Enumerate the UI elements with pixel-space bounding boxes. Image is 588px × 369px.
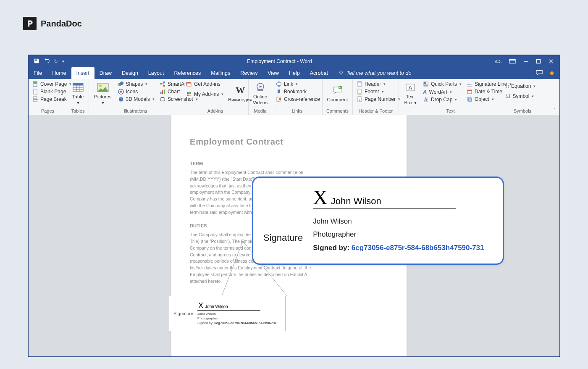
symbol-button[interactable]: ΩSymbol▾ (505, 92, 537, 100)
quick-access-toolbar: ↻ ▾ (29, 58, 64, 65)
svg-rect-27 (187, 95, 189, 96)
svg-rect-20 (162, 90, 163, 94)
undo-icon[interactable] (44, 58, 50, 65)
quick-parts-icon (423, 81, 429, 87)
text-box-button[interactable]: A Text Box ▾ (402, 81, 419, 107)
redo-icon[interactable]: ↻ (54, 58, 58, 64)
cross-reference-button[interactable]: Cross-reference (275, 96, 321, 103)
group-header-footer-label: Header & Footer (353, 108, 399, 115)
equation-button[interactable]: πEquation▾ (505, 82, 537, 90)
table-button[interactable]: Table▾ (69, 81, 87, 107)
tell-me-search[interactable]: Tell me what you want to do (338, 70, 412, 76)
group-text-label: Text (399, 108, 502, 115)
video-icon (254, 82, 267, 93)
maximize-button[interactable] (536, 59, 541, 64)
tab-draw[interactable]: Draw (94, 67, 117, 79)
svg-rect-24 (187, 83, 191, 86)
lightbulb-icon (338, 70, 344, 76)
signature-label: Signature (173, 311, 193, 316)
comment-icon (331, 85, 344, 96)
pictures-button[interactable]: Pictures▾ (92, 81, 114, 107)
tab-review[interactable]: Review (235, 67, 262, 79)
footer-button[interactable]: Footer▾ (355, 88, 402, 95)
shapes-button[interactable]: Shapes▾ (117, 81, 156, 87)
header-button[interactable]: Header▾ (355, 81, 402, 87)
group-comments-label: Comments (323, 108, 352, 115)
signature-name: John Wilson (205, 304, 228, 309)
cover-page-button[interactable]: Cover Page▾ (31, 81, 73, 87)
page-break-button[interactable]: Page Break (31, 96, 73, 103)
object-icon (467, 96, 472, 102)
signature-x: X (198, 302, 203, 309)
signature-icon (467, 81, 472, 87)
signature-meta: John Wilson Photographer Signed by: 6cg7… (197, 311, 277, 326)
equation-icon: π (506, 83, 509, 90)
blank-page-button[interactable]: Blank Page (31, 88, 73, 95)
svg-rect-0 (509, 60, 515, 63)
page-title: Employment Contract (190, 137, 388, 147)
section-term-heading: TERM (190, 161, 388, 166)
svg-rect-26 (189, 92, 191, 94)
bookmark-button[interactable]: Bookmark (275, 88, 321, 95)
comment-button[interactable]: Comment (325, 81, 351, 107)
symbol-icon: Ω (506, 93, 510, 100)
drop-cap-button[interactable]: ADrop Cap▾ (422, 96, 463, 103)
tab-view[interactable]: View (262, 67, 284, 79)
signature-block[interactable]: Signature X John Wilson John Wilson Phot… (169, 296, 286, 331)
svg-point-15 (120, 91, 122, 93)
svg-rect-45 (424, 84, 428, 85)
save-icon[interactable] (34, 58, 39, 65)
blank-page-icon (32, 89, 38, 95)
close-button[interactable] (549, 59, 554, 64)
page-number-button[interactable]: #Page Number▾ (355, 96, 402, 103)
group-addins: Get Add-ins My Add-ins▾ W Википедия Add-… (182, 79, 249, 115)
3d-models-button[interactable]: 3D Models▾ (117, 96, 156, 103)
ribbon: Cover Page▾ Blank Page Page Break Pages … (29, 79, 559, 115)
tab-help[interactable]: Help (284, 67, 305, 79)
callout-signature-hash: 6cg73056-e875r-584-68b653h47590-731 (352, 244, 484, 252)
collapse-ribbon-icon[interactable]: ˄ (554, 108, 556, 113)
tab-file[interactable]: File (29, 67, 47, 79)
group-symbols: πEquation▾ ΩSymbol▾ Symbols (502, 79, 543, 115)
icons-button[interactable]: Icons (117, 88, 156, 95)
svg-rect-49 (467, 90, 472, 91)
get-addins-button[interactable]: Get Add-ins (185, 81, 225, 87)
ribbon-display-icon[interactable] (509, 59, 516, 64)
notification-dot[interactable] (550, 71, 554, 75)
addins-icon (186, 91, 192, 97)
minimize-button[interactable] (523, 59, 528, 64)
tab-design[interactable]: Design (117, 67, 143, 79)
wordart-button[interactable]: AWordArt▾ (422, 88, 463, 95)
tab-home[interactable]: Home (47, 67, 71, 79)
svg-rect-5 (34, 89, 37, 94)
group-pages: Cover Page▾ Blank Page Page Break Pages (29, 79, 67, 115)
svg-rect-28 (189, 95, 191, 96)
svg-rect-17 (163, 82, 165, 83)
svg-rect-7 (34, 100, 37, 102)
pandadoc-icon (26, 19, 34, 28)
tab-acrobat[interactable]: Acrobat (305, 67, 333, 79)
feedback-icon[interactable] (536, 70, 543, 77)
tab-mailings[interactable]: Mailings (206, 67, 235, 79)
online-videos-button[interactable]: Online Videos (250, 81, 270, 107)
group-comments: Comment Comments (323, 79, 353, 115)
window-title: Employment Contract - Word (64, 58, 495, 64)
shapes-icon (118, 81, 124, 87)
my-addins-button[interactable]: My Add-ins▾ (185, 91, 225, 98)
tab-references[interactable]: References (169, 67, 206, 79)
group-text: A Text Box ▾ Quick Parts▾ AWordArt▾ ADro… (399, 79, 502, 115)
table-icon (72, 82, 84, 93)
tab-layout[interactable]: Layout (143, 67, 169, 79)
svg-text:A: A (408, 84, 412, 91)
svg-rect-9 (73, 83, 83, 85)
smartart-icon (160, 81, 165, 87)
tab-insert[interactable]: Insert (71, 67, 94, 79)
touch-mode-icon[interactable] (495, 58, 501, 64)
link-button[interactable]: Link▾ (275, 81, 321, 87)
svg-rect-38 (358, 93, 361, 94)
callout-signature-name: John Wilson (331, 196, 381, 207)
quick-parts-button[interactable]: Quick Parts▾ (422, 81, 463, 87)
callout-signature-x: X (313, 188, 328, 206)
cover-page-icon (32, 81, 38, 87)
screenshot-icon (160, 96, 165, 102)
